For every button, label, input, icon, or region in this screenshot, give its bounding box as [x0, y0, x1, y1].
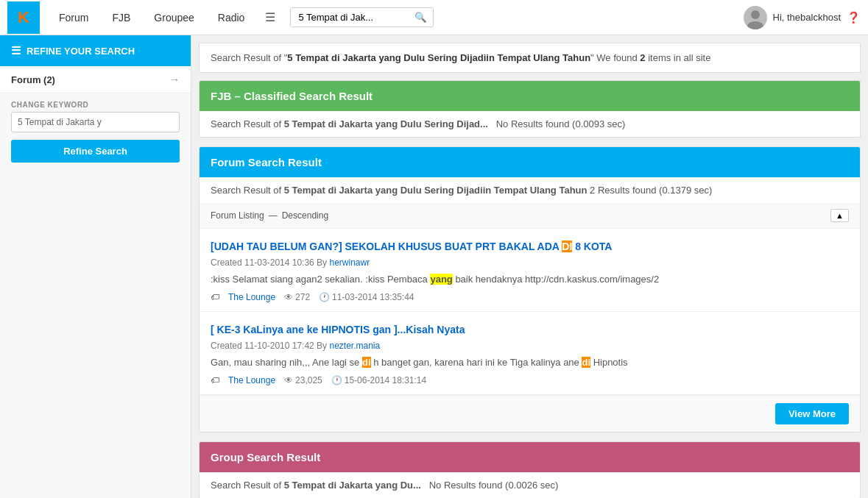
result-views-count-1: 272: [295, 292, 310, 302]
result-meta-2: Created 11-10-2010 17:42 By nezter.mania: [211, 341, 849, 351]
nav-forum[interactable]: Forum: [47, 0, 100, 35]
fjb-section: FJB – Classified Search Result Search Re…: [199, 80, 861, 138]
nav-groupee[interactable]: Groupee: [142, 0, 205, 35]
highlight-yang-1: yang: [430, 274, 452, 285]
forum-section: Forum Search Result Search Result of 5 T…: [199, 146, 861, 433]
keyword-input[interactable]: [11, 112, 180, 132]
hamburger-icon[interactable]: ☰: [256, 10, 284, 24]
clock-icon-1: 🕐: [319, 292, 330, 302]
search-icon: 🔍: [414, 12, 427, 23]
fjb-header-label: FJB – Classified Search Result: [211, 90, 373, 102]
highlight-di-2a: di: [362, 357, 371, 368]
main-content: Search Result of "5 Tempat di Jakarta ya…: [191, 35, 868, 498]
result-tag-1[interactable]: The Lounge: [228, 292, 275, 302]
group-section: Group Search Result Search Result of 5 T…: [199, 441, 861, 498]
clock-icon-2: 🕐: [331, 375, 342, 385]
fjb-section-header: FJB – Classified Search Result: [200, 81, 860, 111]
group-header-label: Group Search Result: [211, 451, 320, 463]
search-banner: Search Result of "5 Tempat di Jakarta ya…: [199, 43, 861, 73]
sidebar-forum-row: Forum (2) →: [0, 66, 191, 93]
result-date-1: 🕐 11-03-2014 13:35:44: [319, 292, 414, 302]
highlight-di-1: DI: [562, 241, 572, 252]
result-views-count-2: 23,025: [295, 375, 322, 385]
sidebar-forum-label: Forum (2): [11, 74, 55, 85]
forum-section-body: Search Result of 5 Tempat di Jakarta yan…: [200, 177, 860, 203]
svg-point-1: [751, 10, 760, 19]
result-views-1: 👁 272: [284, 292, 310, 302]
tag-icon-1: 🏷: [211, 292, 219, 302]
result-tags-2: 🏷 The Lounge 👁 23,025 🕐 15-06-2014 18:31…: [211, 375, 849, 385]
result-tag-2[interactable]: The Lounge: [228, 375, 275, 385]
user-greeting: Hi, thebalckhost: [773, 12, 841, 23]
result-excerpt-2: Gan, mau sharing nih,,, Ane lagi se di h…: [211, 355, 849, 370]
sidebar-header: ☰ REFINE YOUR SEARCH: [0, 35, 191, 66]
forum-body-query: 5 Tempat di Jakarta yang Dulu Sering Dij…: [284, 185, 588, 196]
search-button[interactable]: 🔍: [409, 8, 433, 26]
result-item: [UDAH TAU BELUM GAN?] SEKOLAH KHUSUS BUA…: [200, 229, 860, 312]
group-section-body: Search Result of 5 Tempat di Jakarta yan…: [200, 472, 860, 498]
result-date-value-2: 15-06-2014 18:31:14: [345, 375, 426, 385]
forum-results-count: 2 Results found (0.1379 sec): [590, 185, 712, 196]
group-section-header: Group Search Result: [200, 442, 860, 472]
result-tags-1: 🏷 The Lounge 👁 272 🕐 11-03-2014 13:35:44: [211, 292, 849, 302]
help-icon[interactable]: ❓: [847, 11, 861, 24]
result-date-2: 🕐 15-06-2014 18:31:14: [331, 375, 426, 385]
sort-button[interactable]: ▲: [830, 209, 849, 222]
avatar: [744, 6, 767, 29]
fjb-found-text: found: [546, 118, 570, 129]
result-item-2: [ KE-3 KaLinya ane ke HIPNOTIS gan ]...K…: [200, 312, 860, 395]
result-title-1[interactable]: [UDAH TAU BELUM GAN?] SEKOLAH KHUSUS BUA…: [211, 240, 849, 255]
sidebar-hamburger-icon[interactable]: ☰: [11, 44, 21, 57]
change-keyword-label: CHANGE KEYWORD: [0, 93, 191, 112]
fjb-section-body: Search Result of 5 Tempat di Jakarta yan…: [200, 111, 860, 137]
forum-listing-left: Forum Listing — Descending: [211, 210, 328, 221]
result-meta-1: Created 11-03-2014 10:36 By herwinawr: [211, 257, 849, 268]
forum-listing-bar: Forum Listing — Descending ▲: [200, 203, 860, 229]
sidebar-forum-arrow-icon[interactable]: →: [169, 74, 180, 85]
result-views-2: 👁 23,025: [284, 375, 322, 385]
view-more-row: View More: [200, 395, 860, 432]
tag-icon-2: 🏷: [211, 375, 219, 385]
forum-section-header: Forum Search Result: [200, 147, 860, 177]
search-banner-text: Search Result of "5 Tempat di Jakarta ya…: [211, 52, 710, 63]
navbar: K Forum FJB Groupee Radio ☰ 🔍 Hi, thebal…: [0, 0, 868, 35]
sidebar: ☰ REFINE YOUR SEARCH Forum (2) → CHANGE …: [0, 35, 191, 498]
forum-found-text: found: [632, 185, 657, 196]
search-box: 🔍: [290, 7, 434, 27]
forum-listing-sort: Descending: [282, 210, 328, 221]
search-banner-count: 2: [640, 52, 645, 63]
eye-icon-2: 👁: [284, 375, 293, 385]
result-title-2[interactable]: [ KE-3 KaLinya ane ke HIPNOTIS gan ]...K…: [211, 323, 849, 338]
search-input[interactable]: [291, 8, 409, 26]
forum-header-label: Forum Search Result: [211, 156, 322, 168]
forum-listing-label: Forum Listing: [211, 210, 264, 221]
forum-listing-separator: —: [269, 210, 278, 221]
search-banner-query: 5 Tempat di Jakarta yang Dulu Sering Dij…: [287, 52, 590, 63]
result-excerpt-1: :kiss Selamat siang agan2 sekalian. :kis…: [211, 272, 849, 287]
chevron-up-icon: ▲: [836, 211, 844, 220]
logo-icon: K: [18, 8, 29, 27]
result-date-value-1: 11-03-2014 13:35:44: [332, 292, 414, 302]
fjb-body-query: 5 Tempat di Jakarta yang Dulu Sering Dij…: [284, 118, 488, 129]
logo[interactable]: K: [7, 1, 40, 34]
fjb-body-text: Search Result of 5 Tempat di Jakarta yan…: [211, 118, 625, 129]
view-more-button[interactable]: View More: [775, 403, 849, 424]
nav-fjb[interactable]: FJB: [100, 0, 142, 35]
result-author-2[interactable]: nezter.mania: [329, 341, 380, 351]
result-author-1[interactable]: herwinawr: [329, 257, 370, 268]
group-found-text: found: [479, 480, 503, 491]
refine-search-button[interactable]: Refine Search: [11, 140, 180, 163]
sidebar-header-label: REFINE YOUR SEARCH: [27, 46, 135, 57]
page-layout: ☰ REFINE YOUR SEARCH Forum (2) → CHANGE …: [0, 35, 868, 498]
group-body-query: 5 Tempat di Jakarta yang Du...: [284, 480, 421, 491]
eye-icon-1: 👁: [284, 292, 293, 302]
nav-radio[interactable]: Radio: [206, 0, 257, 35]
highlight-di-2b: di: [582, 357, 590, 368]
navbar-right: Hi, thebalckhost ❓: [744, 6, 861, 29]
